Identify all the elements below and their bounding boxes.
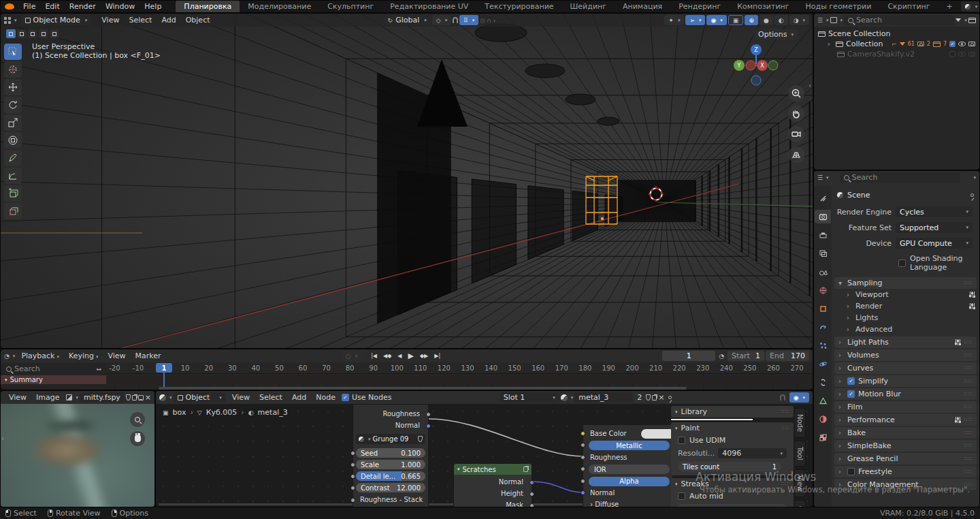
shader-type-dropdown[interactable]: Object▾ [174,392,226,403]
select-mode-button-3[interactable] [39,29,48,38]
properties-tab-object[interactable] [815,302,831,315]
sidebar-collapse-arrow[interactable]: ‹ [808,82,811,89]
subsection-render[interactable]: ›Render [832,300,979,312]
camera-view-button[interactable] [788,126,804,142]
hide-eye-icon[interactable] [958,52,966,57]
viewport-options-button[interactable]: Options▾ [754,29,798,40]
workspace-tab[interactable]: Рендеринг [670,0,729,13]
frame-end-field[interactable]: End170 [766,351,809,361]
timeline-menu-playback[interactable]: Playback▾ [16,351,64,361]
workspace-tab[interactable]: Композитинг [729,0,797,13]
playback-jump-end-button[interactable]: ▶| [431,350,443,362]
viewport-menu-add[interactable]: Add [157,15,180,25]
timeline-menu-keying[interactable]: Keying▾ [64,351,103,361]
section-simplify[interactable]: ›✓Simplify∷∷ [834,375,977,387]
breadcrumb-item[interactable]: metal_3 [258,408,288,417]
panel-library[interactable]: ▾Library∷∷ [671,406,794,418]
viewport-menu-view[interactable]: View [97,15,124,25]
subsection-viewport[interactable]: ›Viewport [832,289,979,300]
image-name-field[interactable]: mitty.fspy [80,392,125,403]
principled-input-ior[interactable]: IOR [589,465,670,474]
simplify-checkbox[interactable]: ✓ [847,377,855,385]
properties-tab-particles[interactable] [815,339,831,352]
outliner-filter-image-icon[interactable] [830,17,837,23]
input-socket[interactable] [350,486,355,490]
timeline-scrollbar[interactable] [159,387,687,390]
outliner[interactable]: ☰▾ ▾ Search ▾ Scene Collection›Collectio… [813,13,980,170]
image-preview[interactable]: › [1,404,154,507]
tool-scale[interactable] [4,114,22,131]
tiles-count-field[interactable]: Tiles count1 [678,462,781,471]
proportional-falloff-icon[interactable]: ∩▾ [487,17,495,24]
principled-input-alpha[interactable]: Alpha [589,477,670,486]
node-principled[interactable]: Base ColorMetallicRoughnessIORAlphaNorma… [583,424,673,507]
workspace-tab[interactable]: Ноды геометрии [798,0,880,13]
shader-editor[interactable]: ▾ Object▾ ViewSelectAddNode ✓ Use Nodes … [155,390,813,507]
output-socket[interactable] [529,480,534,485]
shader-menu-add[interactable]: Add [287,392,311,403]
shading-solid-button[interactable]: ● [760,15,773,25]
workspace-tab[interactable]: Скриптинг [879,0,938,13]
properties-tab-tool[interactable] [815,191,831,205]
summary-channel[interactable]: ▾Summary [1,375,106,384]
section-simplebake[interactable]: ›SimpleBake∷∷ [834,440,977,452]
material-users-count[interactable]: 2 [634,392,644,403]
timeline[interactable]: ◔▾ Playback▾Keying▾ViewMarker ○▾ |◀◀◆◀▶◆… [0,349,813,390]
gizmos-toggle[interactable]: ➢▾ [685,15,705,25]
playback-jump-start-button[interactable]: |◀ [368,350,380,362]
workspace-tab[interactable]: Моделирование [240,0,319,13]
include-checkbox[interactable] [949,51,956,57]
fake-user-icon[interactable] [126,394,131,400]
workspace-tab[interactable]: Планировка [176,0,240,13]
pivot-point-dropdown[interactable]: ◇▾ [432,15,451,25]
timeline-search[interactable]: Search↔ [2,364,105,374]
section-performance[interactable]: ›Performance∷∷ [834,414,977,426]
pan-hand-button[interactable] [788,106,804,122]
outliner-search[interactable]: Search [844,15,954,25]
current-frame-field[interactable]: 1 [662,351,715,361]
include-checkbox[interactable]: ✓ [949,41,956,47]
scratches-header[interactable]: ▾Scratches [454,464,532,475]
principled-input-metallic[interactable]: Metallic [589,441,670,450]
unlink-image-icon[interactable]: × [145,393,151,402]
input-socket[interactable] [350,498,355,503]
input-socket[interactable] [581,490,585,495]
principled-section-diffuse[interactable]: › Diffuse [590,501,619,507]
resolution-dropdown[interactable]: 4096▾ [718,448,787,458]
image-pan-button[interactable] [130,431,145,446]
disable-render-icon[interactable] [968,42,975,46]
topbar-menu-window[interactable]: Window [101,1,140,12]
input-socket[interactable] [350,474,355,479]
sidebar-tab-options[interactable]: Options [795,500,806,507]
playback-next-keyframe-button[interactable]: ◆▶ [417,350,431,362]
properties-tab-scene[interactable] [815,265,831,279]
xray-toggle[interactable]: ▣ [728,15,744,25]
tool-add-cube[interactable] [4,185,22,202]
viewport-menu-select[interactable]: Select [124,15,157,25]
stopwatch-icon[interactable]: ◔ [719,353,724,360]
properties-editor-icon[interactable]: ☰ [817,174,823,181]
unlink-material-icon[interactable]: × [658,393,664,402]
section-grease-pencil[interactable]: ›Grease Pencil∷∷ [834,453,977,465]
shader-pin-icon[interactable] [668,396,672,399]
timeline-menu-marker[interactable]: Marker [131,351,166,361]
section-sampling[interactable]: ▾Sampling∷∷ [834,277,977,289]
section-bake[interactable]: ›Bake∷∷ [834,427,977,439]
tool-annotate[interactable] [4,150,22,166]
timeline-menu-view[interactable]: View [103,351,130,361]
image-menu-image[interactable]: Image [31,392,64,403]
node-grunge[interactable]: RoughnessNormal▾Grunge 09Seed0.100Scale1… [353,404,429,507]
tool-select-box[interactable] [4,44,22,60]
breadcrumb-item[interactable]: box [173,408,186,417]
outliner-row[interactable]: CameraShakify.v2 [814,49,979,59]
topbar-menu-edit[interactable]: Edit [40,1,64,12]
material-icon[interactable] [561,394,568,401]
tool-rotate[interactable] [4,97,22,113]
section-color-management[interactable]: ›Color Management∷∷ [834,479,977,490]
output-socket[interactable] [426,424,431,428]
section-volumes[interactable]: ›Volumes∷∷ [834,349,977,361]
disable-render-icon[interactable] [968,52,975,57]
shader-menu-select[interactable]: Select [255,392,287,403]
select-mode-button-1[interactable] [17,29,27,38]
osl-checkbox[interactable] [898,260,906,267]
